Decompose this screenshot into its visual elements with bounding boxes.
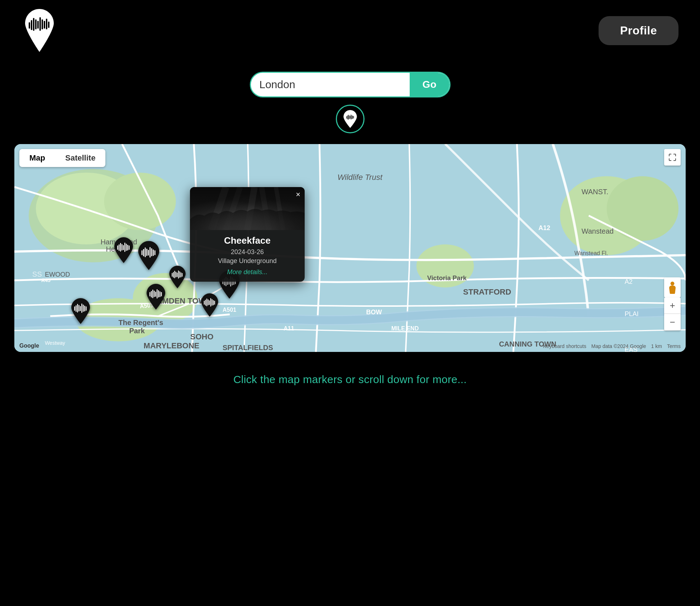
logo-bubble [336,105,365,133]
svg-text:Wanstead: Wanstead [582,227,614,235]
svg-rect-87 [182,273,182,277]
go-button[interactable]: Go [410,73,449,96]
svg-rect-75 [149,247,151,257]
popup-date: 2024-03-26 [196,248,299,256]
svg-rect-120 [81,304,82,313]
svg-text:Wildlife Trust: Wildlife Trust [337,173,382,182]
svg-rect-116 [76,305,77,312]
svg-rect-91 [154,291,155,297]
svg-rect-68 [127,245,128,250]
map-marker[interactable] [199,292,220,320]
svg-rect-121 [83,305,84,312]
map-marker[interactable] [144,282,167,312]
svg-text:BOW: BOW [366,309,382,316]
fullscreen-button[interactable] [664,149,681,166]
map-terms[interactable]: Terms [667,343,681,349]
svg-rect-11 [347,115,347,119]
popup-info: Cheekface 2024-03-26 Village Underground… [190,230,305,282]
svg-rect-89 [151,291,152,297]
svg-rect-79 [172,273,172,277]
svg-text:Victoria Park: Victoria Park [427,275,467,282]
map-marker[interactable] [69,297,92,327]
map-marker[interactable] [112,236,135,266]
svg-rect-1 [31,20,32,30]
svg-text:SS: SS [32,270,42,278]
svg-text:Park: Park [129,327,145,335]
zoom-out-button[interactable]: − [664,314,681,330]
map-attribution-right: Keyboard shortcuts Map data ©2024 Google… [543,343,681,349]
svg-rect-107 [205,300,206,306]
svg-rect-65 [123,245,124,250]
svg-rect-12 [348,115,348,120]
svg-rect-17 [352,116,353,119]
svg-rect-80 [173,272,174,278]
svg-rect-92 [155,292,156,297]
svg-rect-94 [158,290,159,297]
svg-rect-81 [174,271,175,278]
svg-rect-84 [178,271,179,279]
zoom-in-button[interactable]: + [664,297,681,314]
svg-rect-122 [84,306,85,311]
svg-rect-112 [211,299,212,306]
profile-button[interactable]: Profile [599,16,678,45]
keyboard-shortcuts[interactable]: Keyboard shortcuts [543,343,586,349]
svg-text:The Regent's: The Regent's [118,319,163,326]
svg-rect-96 [161,292,162,296]
popup-more-details-link[interactable]: More details... [227,268,267,276]
logo-icon [22,7,57,54]
popup-artist: Cheekface [196,235,299,246]
svg-text:A12: A12 [538,224,550,232]
svg-text:SOHO: SOHO [190,332,214,341]
svg-rect-66 [124,243,125,252]
svg-text:MARYLEBONE: MARYLEBONE [144,341,200,350]
svg-rect-2 [33,18,34,31]
svg-text:A45: A45 [41,277,51,283]
svg-rect-111 [210,298,211,307]
svg-text:STRATFORD: STRATFORD [463,287,511,296]
popup-close-button[interactable]: × [296,191,300,199]
svg-rect-110 [209,300,210,305]
map-toggle: Map Satellite [19,149,105,167]
svg-rect-69 [129,245,130,250]
map-background[interactable]: A501 A501 A45 SS Hampstead Heath EWOOD T… [14,144,686,352]
svg-rect-90 [152,290,153,298]
popup-venue: Village Underground [196,257,299,265]
svg-rect-9 [48,22,49,28]
svg-rect-72 [145,248,146,257]
svg-point-27 [607,176,678,241]
svg-point-129 [671,282,675,286]
svg-rect-123 [86,306,87,311]
map-marker[interactable] [136,239,162,273]
map-toggle-map[interactable]: Map [19,149,55,167]
svg-rect-77 [153,249,154,256]
svg-rect-78 [154,250,156,255]
svg-rect-18 [353,116,353,119]
map-marker[interactable] [167,264,187,291]
svg-text:PLAI: PLAI [625,310,639,318]
svg-rect-6 [42,19,43,29]
svg-rect-115 [74,306,75,311]
svg-rect-73 [146,249,147,256]
svg-text:Westway: Westway [45,340,65,346]
street-view-button[interactable] [664,277,681,297]
header: Profile [0,0,700,61]
svg-text:MILE END: MILE END [391,325,419,331]
search-input[interactable] [251,78,410,91]
svg-rect-62 [119,244,120,251]
svg-rect-8 [46,19,47,29]
svg-rect-3 [35,19,37,29]
svg-text:London: London [180,351,211,352]
svg-text:A11: A11 [284,325,294,331]
svg-rect-106 [204,301,205,305]
svg-rect-63 [120,243,121,252]
svg-rect-113 [213,300,214,305]
svg-rect-10 [346,116,347,119]
map-toggle-satellite[interactable]: Satellite [55,149,105,167]
svg-text:A501: A501 [223,306,236,313]
svg-text:SPITALFIELDS: SPITALFIELDS [223,344,273,352]
svg-rect-117 [77,304,78,312]
svg-rect-5 [39,17,41,31]
svg-rect-14 [350,116,350,119]
svg-rect-15 [351,115,351,120]
svg-rect-13 [349,115,349,119]
